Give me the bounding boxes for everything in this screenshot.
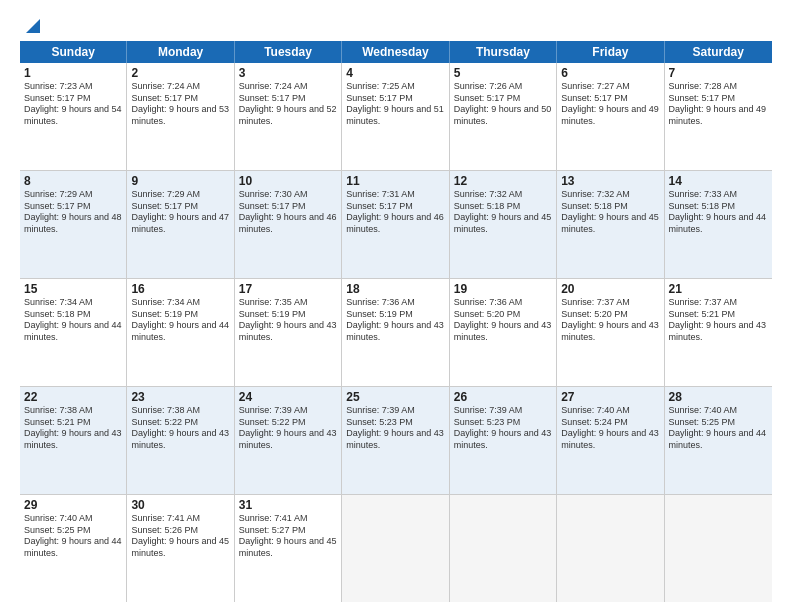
day-of-week-monday: Monday (127, 41, 234, 63)
day-info: Sunrise: 7:33 AM Sunset: 5:18 PM Dayligh… (669, 189, 768, 236)
calendar-cell-21: 21 Sunrise: 7:37 AM Sunset: 5:21 PM Dayl… (665, 279, 772, 386)
calendar-cell-4: 4 Sunrise: 7:25 AM Sunset: 5:17 PM Dayli… (342, 63, 449, 170)
calendar-cell-27: 27 Sunrise: 7:40 AM Sunset: 5:24 PM Dayl… (557, 387, 664, 494)
day-info: Sunrise: 7:39 AM Sunset: 5:23 PM Dayligh… (346, 405, 444, 452)
day-info: Sunrise: 7:40 AM Sunset: 5:24 PM Dayligh… (561, 405, 659, 452)
day-info: Sunrise: 7:37 AM Sunset: 5:20 PM Dayligh… (561, 297, 659, 344)
day-info: Sunrise: 7:41 AM Sunset: 5:26 PM Dayligh… (131, 513, 229, 560)
calendar-row-4: 22 Sunrise: 7:38 AM Sunset: 5:21 PM Dayl… (20, 387, 772, 495)
calendar-cell-31: 31 Sunrise: 7:41 AM Sunset: 5:27 PM Dayl… (235, 495, 342, 602)
day-info: Sunrise: 7:40 AM Sunset: 5:25 PM Dayligh… (669, 405, 768, 452)
page-header (20, 15, 772, 33)
calendar-cell-23: 23 Sunrise: 7:38 AM Sunset: 5:22 PM Dayl… (127, 387, 234, 494)
calendar-cell-empty (450, 495, 557, 602)
day-info: Sunrise: 7:24 AM Sunset: 5:17 PM Dayligh… (239, 81, 337, 128)
day-of-week-tuesday: Tuesday (235, 41, 342, 63)
day-info: Sunrise: 7:32 AM Sunset: 5:18 PM Dayligh… (561, 189, 659, 236)
day-of-week-saturday: Saturday (665, 41, 772, 63)
calendar-cell-7: 7 Sunrise: 7:28 AM Sunset: 5:17 PM Dayli… (665, 63, 772, 170)
day-number: 4 (346, 66, 444, 80)
day-number: 19 (454, 282, 552, 296)
calendar-cell-30: 30 Sunrise: 7:41 AM Sunset: 5:26 PM Dayl… (127, 495, 234, 602)
calendar-cell-29: 29 Sunrise: 7:40 AM Sunset: 5:25 PM Dayl… (20, 495, 127, 602)
day-number: 8 (24, 174, 122, 188)
calendar-cell-9: 9 Sunrise: 7:29 AM Sunset: 5:17 PM Dayli… (127, 171, 234, 278)
day-number: 16 (131, 282, 229, 296)
day-info: Sunrise: 7:25 AM Sunset: 5:17 PM Dayligh… (346, 81, 444, 128)
calendar-cell-14: 14 Sunrise: 7:33 AM Sunset: 5:18 PM Dayl… (665, 171, 772, 278)
day-number: 21 (669, 282, 768, 296)
calendar-cell-24: 24 Sunrise: 7:39 AM Sunset: 5:22 PM Dayl… (235, 387, 342, 494)
day-info: Sunrise: 7:38 AM Sunset: 5:21 PM Dayligh… (24, 405, 122, 452)
page: SundayMondayTuesdayWednesdayThursdayFrid… (0, 0, 792, 612)
calendar-cell-8: 8 Sunrise: 7:29 AM Sunset: 5:17 PM Dayli… (20, 171, 127, 278)
day-number: 24 (239, 390, 337, 404)
calendar-cell-25: 25 Sunrise: 7:39 AM Sunset: 5:23 PM Dayl… (342, 387, 449, 494)
day-info: Sunrise: 7:30 AM Sunset: 5:17 PM Dayligh… (239, 189, 337, 236)
day-of-week-friday: Friday (557, 41, 664, 63)
day-number: 25 (346, 390, 444, 404)
calendar-cell-15: 15 Sunrise: 7:34 AM Sunset: 5:18 PM Dayl… (20, 279, 127, 386)
day-info: Sunrise: 7:35 AM Sunset: 5:19 PM Dayligh… (239, 297, 337, 344)
calendar-cell-empty (665, 495, 772, 602)
day-number: 18 (346, 282, 444, 296)
calendar-cell-28: 28 Sunrise: 7:40 AM Sunset: 5:25 PM Dayl… (665, 387, 772, 494)
day-number: 7 (669, 66, 768, 80)
day-number: 10 (239, 174, 337, 188)
day-info: Sunrise: 7:36 AM Sunset: 5:20 PM Dayligh… (454, 297, 552, 344)
calendar-cell-18: 18 Sunrise: 7:36 AM Sunset: 5:19 PM Dayl… (342, 279, 449, 386)
calendar-row-2: 8 Sunrise: 7:29 AM Sunset: 5:17 PM Dayli… (20, 171, 772, 279)
day-info: Sunrise: 7:24 AM Sunset: 5:17 PM Dayligh… (131, 81, 229, 128)
calendar-cell-3: 3 Sunrise: 7:24 AM Sunset: 5:17 PM Dayli… (235, 63, 342, 170)
svg-marker-0 (26, 19, 40, 33)
day-of-week-thursday: Thursday (450, 41, 557, 63)
day-of-week-sunday: Sunday (20, 41, 127, 63)
calendar-header: SundayMondayTuesdayWednesdayThursdayFrid… (20, 41, 772, 63)
calendar-cell-10: 10 Sunrise: 7:30 AM Sunset: 5:17 PM Dayl… (235, 171, 342, 278)
day-number: 13 (561, 174, 659, 188)
logo-icon (22, 15, 44, 37)
calendar-cell-empty (557, 495, 664, 602)
calendar-cell-empty (342, 495, 449, 602)
calendar-cell-1: 1 Sunrise: 7:23 AM Sunset: 5:17 PM Dayli… (20, 63, 127, 170)
day-number: 30 (131, 498, 229, 512)
calendar-cell-20: 20 Sunrise: 7:37 AM Sunset: 5:20 PM Dayl… (557, 279, 664, 386)
day-info: Sunrise: 7:28 AM Sunset: 5:17 PM Dayligh… (669, 81, 768, 128)
day-info: Sunrise: 7:36 AM Sunset: 5:19 PM Dayligh… (346, 297, 444, 344)
day-info: Sunrise: 7:39 AM Sunset: 5:22 PM Dayligh… (239, 405, 337, 452)
day-number: 17 (239, 282, 337, 296)
day-number: 2 (131, 66, 229, 80)
calendar-cell-2: 2 Sunrise: 7:24 AM Sunset: 5:17 PM Dayli… (127, 63, 234, 170)
logo (20, 15, 44, 33)
day-number: 5 (454, 66, 552, 80)
calendar-cell-26: 26 Sunrise: 7:39 AM Sunset: 5:23 PM Dayl… (450, 387, 557, 494)
day-info: Sunrise: 7:39 AM Sunset: 5:23 PM Dayligh… (454, 405, 552, 452)
calendar-row-1: 1 Sunrise: 7:23 AM Sunset: 5:17 PM Dayli… (20, 63, 772, 171)
day-number: 14 (669, 174, 768, 188)
calendar-cell-17: 17 Sunrise: 7:35 AM Sunset: 5:19 PM Dayl… (235, 279, 342, 386)
day-info: Sunrise: 7:32 AM Sunset: 5:18 PM Dayligh… (454, 189, 552, 236)
calendar-cell-12: 12 Sunrise: 7:32 AM Sunset: 5:18 PM Dayl… (450, 171, 557, 278)
day-number: 15 (24, 282, 122, 296)
day-info: Sunrise: 7:27 AM Sunset: 5:17 PM Dayligh… (561, 81, 659, 128)
day-info: Sunrise: 7:38 AM Sunset: 5:22 PM Dayligh… (131, 405, 229, 452)
day-number: 29 (24, 498, 122, 512)
day-info: Sunrise: 7:34 AM Sunset: 5:18 PM Dayligh… (24, 297, 122, 344)
day-number: 12 (454, 174, 552, 188)
day-number: 1 (24, 66, 122, 80)
calendar: SundayMondayTuesdayWednesdayThursdayFrid… (20, 41, 772, 602)
calendar-cell-5: 5 Sunrise: 7:26 AM Sunset: 5:17 PM Dayli… (450, 63, 557, 170)
day-number: 26 (454, 390, 552, 404)
calendar-cell-19: 19 Sunrise: 7:36 AM Sunset: 5:20 PM Dayl… (450, 279, 557, 386)
day-number: 31 (239, 498, 337, 512)
day-info: Sunrise: 7:40 AM Sunset: 5:25 PM Dayligh… (24, 513, 122, 560)
day-number: 23 (131, 390, 229, 404)
calendar-cell-11: 11 Sunrise: 7:31 AM Sunset: 5:17 PM Dayl… (342, 171, 449, 278)
day-info: Sunrise: 7:29 AM Sunset: 5:17 PM Dayligh… (24, 189, 122, 236)
calendar-row-5: 29 Sunrise: 7:40 AM Sunset: 5:25 PM Dayl… (20, 495, 772, 602)
day-info: Sunrise: 7:34 AM Sunset: 5:19 PM Dayligh… (131, 297, 229, 344)
calendar-row-3: 15 Sunrise: 7:34 AM Sunset: 5:18 PM Dayl… (20, 279, 772, 387)
calendar-cell-13: 13 Sunrise: 7:32 AM Sunset: 5:18 PM Dayl… (557, 171, 664, 278)
day-info: Sunrise: 7:29 AM Sunset: 5:17 PM Dayligh… (131, 189, 229, 236)
calendar-cell-22: 22 Sunrise: 7:38 AM Sunset: 5:21 PM Dayl… (20, 387, 127, 494)
